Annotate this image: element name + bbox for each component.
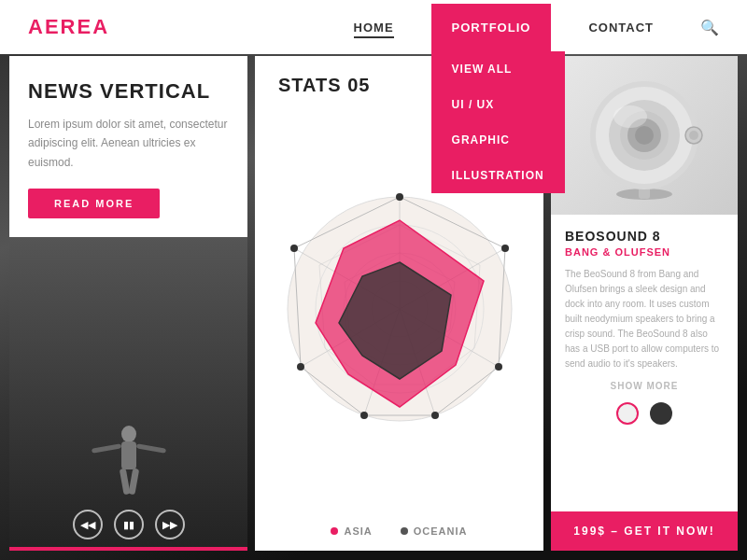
progress-bar[interactable] [9,547,247,551]
panel-news: NEWS VERTICAL Lorem ipsum dolor sit amet… [9,56,247,551]
dropdown-illustration[interactable]: ILLUSTRATION [431,158,565,193]
navbar: AEREA HOME PORTFOLIO VIEW ALL UI / UX GR… [0,0,747,54]
radar-label-asia: ASIA [331,525,372,537]
product-info: BEOSOUND 8 BANG & OLUFSEN The BeoSound 8… [551,215,738,511]
show-more-button[interactable]: SHOW MORE [565,381,724,391]
logo-accent: A [28,15,45,38]
logo[interactable]: AEREA [28,15,354,39]
svg-point-28 [290,245,298,252]
product-name: BEOSOUND 8 [565,229,724,244]
pause-button[interactable]: ▮▮ [114,510,144,539]
news-content: NEWS VERTICAL Lorem ipsum dolor sit amet… [9,56,247,237]
video-controls: ◀◀ ▮▮ ▶▶ [73,510,185,539]
asia-dot [331,527,338,535]
color-dark[interactable] [650,402,672,425]
portfolio-dropdown-menu: VIEW ALL UI / UX GRAPHIC ILLUSTRATION [431,51,565,193]
radar-chart [269,178,530,440]
dropdown-ui-ux[interactable]: UI / UX [431,87,565,122]
svg-point-37 [613,105,647,128]
product-image [551,56,738,215]
svg-point-0 [121,426,136,442]
svg-point-26 [360,412,368,419]
speaker-svg [574,65,714,205]
nav-portfolio[interactable]: PORTFOLIO VIEW ALL UI / UX GRAPHIC ILLUS… [431,4,552,51]
next-button[interactable]: ▶▶ [155,510,185,539]
panel-image: ◀◀ ▮▮ ▶▶ [9,237,247,551]
news-description: Lorem ipsum dolor sit amet, consectetur … [28,115,229,172]
product-brand: BANG & OLUFSEN [565,246,724,258]
svg-rect-2 [92,443,121,453]
news-title: NEWS VERTICAL [28,79,229,104]
radar-labels: ASIA OCEANIA [255,516,543,551]
panel-product: BEOSOUND 8 BANG & OLUFSEN The BeoSound 8… [551,56,738,551]
svg-rect-1 [121,441,136,469]
svg-point-23 [501,245,509,252]
radar-label-oceania: OCEANIA [401,525,468,537]
svg-point-39 [689,131,698,140]
product-description: The BeoSound 8 from Bang and Olufsen bri… [565,267,724,371]
skydiver-image [92,420,166,513]
color-light[interactable] [616,402,639,425]
svg-rect-3 [135,443,165,453]
nav-home[interactable]: HOME [354,21,394,35]
buy-button[interactable]: 199$ – GET IT NOW! [551,511,738,551]
nav-links: HOME PORTFOLIO VIEW ALL UI / UX GRAPHIC … [354,4,719,51]
oceania-dot [401,527,408,535]
svg-point-22 [396,193,403,201]
prev-button[interactable]: ◀◀ [73,510,103,539]
dropdown-graphic[interactable]: GRAPHIC [431,122,565,158]
svg-rect-4 [119,469,130,496]
svg-point-25 [431,412,439,419]
dropdown-view-all[interactable]: VIEW ALL [431,51,565,87]
read-more-button[interactable]: READ MORE [28,189,160,218]
panels-container: NEWS VERTICAL Lorem ipsum dolor sit amet… [9,56,738,551]
svg-point-24 [495,363,502,371]
svg-point-36 [635,126,654,145]
svg-point-27 [297,363,304,371]
nav-contact[interactable]: CONTACT [588,21,654,35]
search-icon[interactable]: 🔍 [700,19,719,36]
color-options [565,402,724,425]
svg-rect-5 [128,469,139,496]
